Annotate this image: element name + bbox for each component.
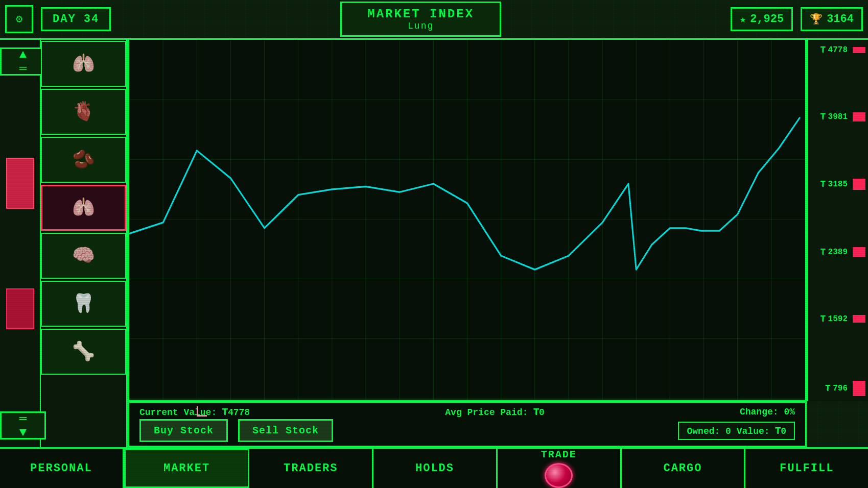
credits-badge: ★ 2,925 [731, 7, 793, 31]
nav-personal-label: PERSONAL [30, 462, 92, 475]
day-label: DAY 34 [53, 13, 99, 26]
info-row-bottom: Buy Stock Sell Stock Owned: 0 Value: ₮0 [139, 419, 795, 442]
trade-label: TRADE [541, 449, 577, 460]
price-icon-4: ₮ [820, 247, 826, 257]
price-bar-5 [853, 315, 865, 323]
trophy-icon: 🏆 [810, 13, 823, 26]
price-label-2389: ₮ 2389 [811, 247, 865, 257]
cv-value: ₮4778 [222, 407, 250, 418]
organ-icon-6: 🦷 [72, 292, 95, 315]
info-bar: Current Value: ₮4778 Avg Price Paid: ₮0 … [128, 401, 807, 447]
left-controls: ▲═ ═▼ [0, 40, 41, 447]
cv-label-text: Current Value: [139, 407, 217, 418]
nav-trade-center: TRADE [498, 449, 622, 488]
price-bar-1 [853, 47, 865, 53]
value-num: ₮0 [775, 426, 786, 436]
nav-cargo-label: CARGO [663, 462, 702, 475]
organ-item-5[interactable]: 🧠 [41, 233, 126, 279]
info-row-top: Current Value: ₮4778 Avg Price Paid: ₮0 … [139, 406, 795, 418]
header-center: MARKET INDEX Lung [340, 2, 501, 37]
price-bar-4 [853, 247, 865, 257]
scroll-up-button[interactable]: ▲═ [0, 47, 46, 76]
price-icon-1: ₮ [820, 45, 826, 55]
nav-personal[interactable]: PERSONAL [0, 449, 124, 488]
ap-value: ₮0 [533, 407, 545, 418]
price-value-2: 3981 [828, 112, 848, 121]
left-panel-inner: ▲═ ═▼ 🫁 🫀 🫘 🫁 🧠 🦷 [0, 40, 126, 447]
market-chart [129, 40, 805, 400]
trade-circle-button[interactable] [545, 463, 573, 488]
price-value-3: 3185 [828, 180, 848, 189]
chart-area [128, 38, 807, 401]
price-label-4778: ₮ 4778 [811, 45, 865, 55]
scroll-down-button[interactable]: ═▼ [0, 411, 46, 440]
price-bar-3 [853, 179, 865, 190]
current-value-label: Current Value: ₮4778 [139, 406, 250, 418]
high-score: 3164 [827, 13, 854, 26]
buy-stock-button[interactable]: Buy Stock [139, 419, 228, 442]
market-index-subtitle: Lung [367, 21, 474, 31]
organ-list: 🫁 🫀 🫘 🫁 🧠 🦷 🦴 [41, 40, 126, 447]
organ-item-6[interactable]: 🦷 [41, 281, 126, 327]
header-right: ★ 2,925 🏆 3164 [731, 7, 863, 31]
red-indicator [6, 158, 34, 209]
organ-item-1[interactable]: 🫁 [41, 41, 126, 87]
avg-price-label: Avg Price Paid: ₮0 [445, 406, 544, 418]
player-credits: 2,925 [750, 13, 784, 26]
currency-icon: ★ [740, 13, 746, 26]
nav-cargo[interactable]: CARGO [622, 449, 746, 488]
value-label: Value: [737, 426, 776, 436]
price-value-4: 2389 [828, 248, 848, 257]
nav-fulfill[interactable]: FULFILL [745, 449, 868, 488]
settings-icon: ⚙ [16, 12, 22, 26]
price-bar-6 [853, 381, 865, 396]
organ-icon-3: 🫘 [72, 149, 95, 171]
price-icon-5: ₮ [820, 314, 826, 324]
price-label-1592: ₮ 1592 [811, 314, 865, 324]
bottom-nav: PERSONAL MARKET TRADERS HOLDS TRADE CARG… [0, 447, 868, 488]
price-value-1: 4778 [828, 45, 848, 55]
header: ⚙ DAY 34 MARKET INDEX Lung ★ 2,925 🏆 316… [0, 0, 868, 38]
nav-market-label: MARKET [163, 462, 210, 475]
nav-market[interactable]: MARKET [124, 449, 250, 488]
header-left: ⚙ DAY 34 [5, 5, 111, 33]
price-value-5: 1592 [828, 314, 848, 324]
organ-icon-7: 🦴 [72, 340, 95, 363]
price-label-796: ₮ 796 [811, 381, 865, 396]
organ-item-7[interactable]: 🦴 [41, 329, 126, 375]
nav-traders[interactable]: TRADERS [249, 449, 373, 488]
organ-icon-4: 🫁 [72, 197, 95, 219]
nav-holds-label: HOLDS [415, 462, 454, 475]
sell-stock-button[interactable]: Sell Stock [238, 419, 333, 442]
price-bar-2 [853, 112, 865, 121]
market-index-title: MARKET INDEX [367, 7, 474, 21]
pink-indicator [6, 288, 34, 329]
organ-icon-5: 🧠 [72, 245, 95, 267]
price-value-6: 796 [833, 384, 848, 393]
ch-value: 0% [784, 407, 795, 417]
nav-fulfill-label: FULFILL [780, 462, 834, 475]
organ-icon-1: 🫁 [72, 53, 95, 75]
day-badge: DAY 34 [41, 7, 111, 31]
organ-item-3[interactable]: 🫘 [41, 137, 126, 183]
settings-button[interactable]: ⚙ [5, 5, 33, 33]
price-icon-2: ₮ [820, 112, 826, 122]
organ-item-2[interactable]: 🫀 [41, 89, 126, 135]
nav-traders-label: TRADERS [284, 462, 338, 475]
organ-icon-2: 🫀 [72, 101, 95, 123]
owned-num: 0 [725, 426, 731, 436]
ch-label-text: Change: [740, 407, 779, 417]
nav-holds[interactable]: HOLDS [373, 449, 498, 488]
right-price-axis: ₮ 4778 ₮ 3981 ₮ 3185 ₮ 2389 ₮ 1592 ₮ 796 [807, 38, 868, 401]
change-label: Change: 0% [740, 407, 795, 417]
organ-item-4[interactable]: 🫁 [41, 185, 126, 231]
price-icon-6: ₮ [826, 383, 831, 394]
price-label-3185: ₮ 3185 [811, 179, 865, 190]
owned-value-display: Owned: 0 Value: ₮0 [678, 422, 795, 440]
trophy-badge: 🏆 3164 [801, 7, 863, 31]
owned-label: Owned: [687, 426, 725, 436]
left-sidebar: ▲═ ═▼ 🫁 🫀 🫘 🫁 🧠 🦷 [0, 38, 128, 447]
ap-label-text: Avg Price Paid: [445, 407, 528, 418]
price-icon-3: ₮ [820, 179, 826, 189]
price-label-3981: ₮ 3981 [811, 112, 865, 122]
